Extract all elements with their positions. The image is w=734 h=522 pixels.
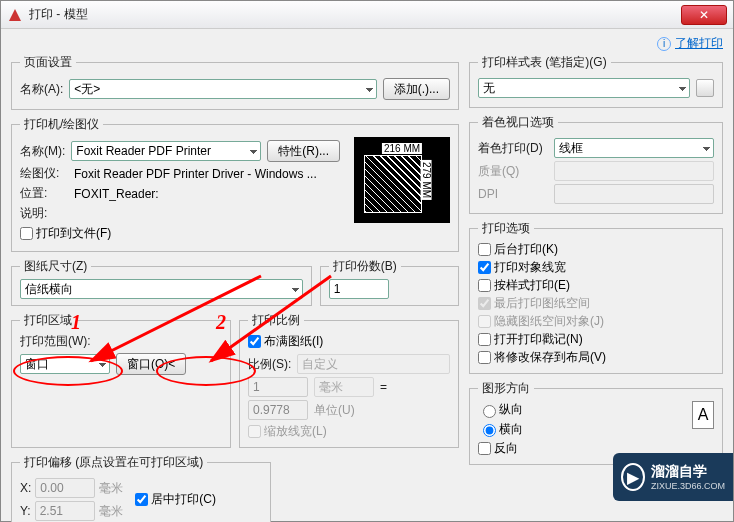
scale-equals: = bbox=[380, 380, 387, 394]
shade-plot-select[interactable]: 线框 bbox=[554, 138, 714, 158]
shade-plot-label: 着色打印(D) bbox=[478, 140, 548, 157]
save-to-layout-checkbox[interactable]: 将修改保存到布局(V) bbox=[478, 349, 606, 366]
fit-to-paper-checkbox[interactable]: 布满图纸(I) bbox=[248, 333, 323, 350]
scale-lineweights-checkbox: 缩放线宽(L) bbox=[248, 423, 327, 440]
offset-y-label: Y: bbox=[20, 504, 31, 518]
scale-num2-input bbox=[248, 400, 308, 420]
landscape-radio[interactable]: 横向 bbox=[478, 421, 523, 438]
hide-paperspace-checkbox: 隐藏图纸空间对象(J) bbox=[478, 313, 604, 330]
plotter-label: 绘图仪: bbox=[20, 165, 68, 182]
plot-options-group: 打印选项 后台打印(K) 打印对象线宽 按样式打印(E) 最后打印图纸空间 隐藏… bbox=[469, 220, 723, 374]
paper-size-group: 图纸尺寸(Z) 信纸横向 bbox=[11, 258, 312, 306]
printer-properties-button[interactable]: 特性(R)... bbox=[267, 140, 340, 162]
copies-group: 打印份数(B) bbox=[320, 258, 459, 306]
printer-name-select[interactable]: Foxit Reader PDF Printer bbox=[71, 141, 261, 161]
plot-area-group: 打印区域 打印范围(W): 窗口 窗口(O)< bbox=[11, 312, 231, 448]
portrait-radio[interactable]: 纵向 bbox=[478, 401, 523, 418]
window-pick-button[interactable]: 窗口(O)< bbox=[116, 353, 186, 375]
quality-label: 质量(Q) bbox=[478, 163, 548, 180]
scale-num1-input bbox=[248, 377, 308, 397]
plot-scale-legend: 打印比例 bbox=[248, 312, 304, 329]
plot-options-legend: 打印选项 bbox=[478, 220, 534, 237]
style-table-legend: 打印样式表 (笔指定)(G) bbox=[478, 54, 611, 71]
close-button[interactable]: ✕ bbox=[681, 5, 727, 25]
scale-select: 自定义 bbox=[297, 354, 450, 374]
plot-stamp-checkbox[interactable]: 打开打印戳记(N) bbox=[478, 331, 583, 348]
plot-offset-legend: 打印偏移 (原点设置在可打印区域) bbox=[20, 454, 207, 471]
print-to-file-checkbox[interactable]: 打印到文件(F) bbox=[20, 225, 111, 242]
orientation-legend: 图形方向 bbox=[478, 380, 534, 397]
offset-y-input bbox=[35, 501, 95, 521]
printer-group: 打印机/绘图仪 名称(M): Foxit Reader PDF Printer … bbox=[11, 116, 459, 252]
paper-preview: 216 MM 279 MM bbox=[354, 137, 450, 223]
learn-print-link[interactable]: 了解打印 bbox=[675, 35, 723, 52]
dpi-label: DPI bbox=[478, 187, 548, 201]
info-icon: i bbox=[657, 37, 671, 51]
watermark: ▶ 溜溜自学 ZIXUE.3D66.COM bbox=[613, 453, 733, 501]
center-plot-checkbox[interactable]: 居中打印(C) bbox=[135, 491, 216, 508]
paper-width-label: 216 MM bbox=[382, 143, 422, 154]
app-icon bbox=[7, 7, 23, 23]
offset-x-unit: 毫米 bbox=[99, 480, 123, 497]
copies-legend: 打印份数(B) bbox=[329, 258, 401, 275]
scale-label: 比例(S): bbox=[248, 356, 291, 373]
plot-offset-group: 打印偏移 (原点设置在可打印区域) X: 毫米 Y: 毫米 bbox=[11, 454, 271, 522]
offset-y-unit: 毫米 bbox=[99, 503, 123, 520]
plot-what-label: 打印范围(W): bbox=[20, 333, 222, 350]
background-plot-checkbox[interactable]: 后台打印(K) bbox=[478, 241, 558, 258]
svg-marker-0 bbox=[9, 9, 21, 21]
paper-size-select[interactable]: 信纸横向 bbox=[20, 279, 303, 299]
plotter-value: Foxit Reader PDF Printer Driver - Window… bbox=[74, 167, 317, 181]
page-name-select[interactable]: <无> bbox=[69, 79, 376, 99]
page-name-label: 名称(A): bbox=[20, 81, 63, 98]
style-table-group: 打印样式表 (笔指定)(G) 无 bbox=[469, 54, 723, 108]
shaded-viewport-legend: 着色视口选项 bbox=[478, 114, 558, 131]
paper-size-legend: 图纸尺寸(Z) bbox=[20, 258, 91, 275]
plot-what-select[interactable]: 窗口 bbox=[20, 354, 110, 374]
scale-unit1-select: 毫米 bbox=[314, 377, 374, 397]
quality-select bbox=[554, 161, 714, 181]
page-setup-group: 页面设置 名称(A): <无> 添加(.)... bbox=[11, 54, 459, 110]
style-table-select[interactable]: 无 bbox=[478, 78, 690, 98]
edit-style-icon[interactable] bbox=[696, 79, 714, 97]
plot-area-legend: 打印区域 bbox=[20, 312, 76, 329]
scale-unit2-label: 单位(U) bbox=[314, 402, 355, 419]
dpi-input bbox=[554, 184, 714, 204]
watermark-site: ZIXUE.3D66.COM bbox=[651, 481, 725, 491]
offset-x-input bbox=[35, 478, 95, 498]
printer-legend: 打印机/绘图仪 bbox=[20, 116, 103, 133]
window-title: 打印 - 模型 bbox=[29, 6, 681, 23]
plot-scale-group: 打印比例 布满图纸(I) 比例(S): 自定义 毫米 bbox=[239, 312, 459, 448]
description-label: 说明: bbox=[20, 205, 68, 222]
orientation-icon: A bbox=[692, 401, 714, 429]
watermark-title: 溜溜自学 bbox=[651, 463, 725, 481]
location-value: FOXIT_Reader: bbox=[74, 187, 159, 201]
offset-x-label: X: bbox=[20, 481, 31, 495]
paperspace-last-checkbox: 最后打印图纸空间 bbox=[478, 295, 590, 312]
plot-with-styles-checkbox[interactable]: 按样式打印(E) bbox=[478, 277, 570, 294]
printer-name-label: 名称(M): bbox=[20, 143, 65, 160]
shaded-viewport-group: 着色视口选项 着色打印(D) 线框 质量(Q) DPI bbox=[469, 114, 723, 214]
location-label: 位置: bbox=[20, 185, 68, 202]
paper-height-label: 279 MM bbox=[420, 160, 431, 200]
add-page-setup-button[interactable]: 添加(.)... bbox=[383, 78, 450, 100]
copies-input[interactable] bbox=[329, 279, 389, 299]
watermark-icon: ▶ bbox=[621, 463, 645, 491]
upside-down-checkbox[interactable]: 反向 bbox=[478, 440, 518, 457]
plot-lineweights-checkbox[interactable]: 打印对象线宽 bbox=[478, 259, 566, 276]
page-setup-legend: 页面设置 bbox=[20, 54, 76, 71]
